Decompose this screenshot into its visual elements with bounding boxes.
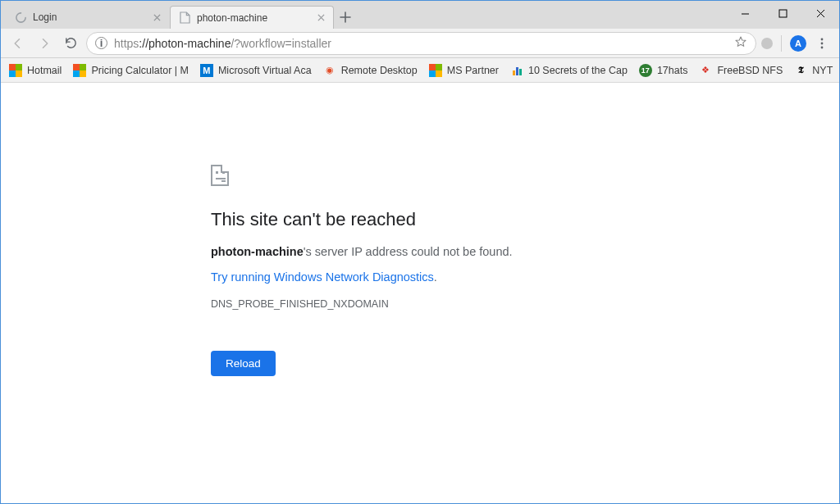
bookmark-10-secrets[interactable]: 10 Secrets of the Cap <box>510 64 628 77</box>
toolbar: i https://photon-machine/?workflow=insta… <box>1 29 839 58</box>
page-content: This site can't be reached photon-machin… <box>1 83 839 376</box>
svg-rect-4 <box>513 70 515 75</box>
bookmark-17hats[interactable]: 1717hats <box>639 64 688 77</box>
separator <box>781 35 782 52</box>
tab-label: photon-machine <box>197 12 309 24</box>
forward-button[interactable] <box>34 33 55 54</box>
bookmark-hotmail[interactable]: Hotmail <box>9 64 62 77</box>
minimize-button[interactable] <box>726 1 764 25</box>
ms-logo-icon <box>9 64 22 77</box>
profile-avatar[interactable]: A <box>790 35 806 52</box>
site-info-icon[interactable]: i <box>95 37 107 49</box>
bookmark-label: 10 Secrets of the Cap <box>528 65 628 76</box>
tab-login[interactable]: Login <box>6 6 170 29</box>
bookmarks-bar: Hotmail Pricing Calculator | M MMicrosof… <box>1 58 839 83</box>
close-window-button[interactable] <box>801 1 839 25</box>
bookmark-mva[interactable]: MMicrosoft Virtual Aca <box>200 64 312 77</box>
tab-photon-machine[interactable]: photon-machine <box>170 6 334 29</box>
error-title: This site can't be reached <box>211 209 839 230</box>
ms-logo-icon <box>73 64 86 77</box>
bookmark-label: MS Partner <box>447 65 499 76</box>
bar-chart-icon <box>510 64 523 77</box>
bookmark-pricing-calculator[interactable]: Pricing Calculator | M <box>73 64 189 77</box>
bookmark-label: FreeBSD NFS <box>717 65 783 76</box>
svg-point-2 <box>821 42 824 44</box>
bookmark-remote-desktop[interactable]: ◉Remote Desktop <box>323 64 418 77</box>
mva-icon: M <box>200 64 213 77</box>
bookmark-label: Microsoft Virtual Aca <box>218 65 312 76</box>
error-code: DNS_PROBE_FINISHED_NXDOMAIN <box>211 298 839 310</box>
error-message: photon-machine's server IP address could… <box>211 245 839 258</box>
reload-page-button[interactable]: Reload <box>211 351 276 376</box>
bookmark-label: NYT <box>812 65 833 76</box>
reload-button[interactable] <box>60 33 81 54</box>
17hats-icon: 17 <box>639 64 652 77</box>
svg-rect-5 <box>516 67 518 75</box>
close-tab-icon[interactable] <box>151 11 162 23</box>
bookmark-star-icon[interactable] <box>734 35 747 52</box>
titlebar: Login photon-machine <box>1 1 839 29</box>
bookmark-label: Pricing Calculator | M <box>91 65 189 76</box>
bookmark-label: 17hats <box>657 65 688 76</box>
back-button[interactable] <box>7 33 29 54</box>
loading-spinner-icon <box>15 11 27 24</box>
tab-label: Login <box>33 11 145 23</box>
close-tab-icon[interactable] <box>315 12 326 24</box>
dead-page-icon <box>211 165 229 186</box>
diagnostics-link[interactable]: Try running Windows Network Diagnostics <box>211 270 434 284</box>
session-indicator-icon[interactable] <box>761 38 773 49</box>
address-bar[interactable]: i https://photon-machine/?workflow=insta… <box>86 32 756 55</box>
bookmark-nyt[interactable]: 𝕿NYT <box>794 64 833 77</box>
blank-page-icon <box>179 11 191 24</box>
browser-tabs: Login photon-machine <box>1 1 357 29</box>
ms-logo-icon <box>429 64 442 77</box>
new-tab-button[interactable] <box>334 6 357 29</box>
svg-rect-6 <box>519 69 522 75</box>
bookmark-label: Hotmail <box>27 65 62 76</box>
diagnostics-line: Try running Windows Network Diagnostics. <box>211 270 839 298</box>
url-text: https://photon-machine/?workflow=install… <box>114 37 728 50</box>
svg-point-3 <box>821 46 824 48</box>
bookmark-ms-partner[interactable]: MS Partner <box>429 64 499 77</box>
bookmark-label: Remote Desktop <box>341 65 418 76</box>
maximize-button[interactable] <box>764 1 801 25</box>
remote-desktop-icon: ◉ <box>323 64 336 77</box>
svg-rect-0 <box>779 10 787 17</box>
svg-point-1 <box>821 38 824 40</box>
menu-button[interactable] <box>811 33 833 54</box>
freebsd-icon: ❖ <box>699 64 712 77</box>
window-controls <box>726 1 839 25</box>
nyt-icon: 𝕿 <box>794 64 807 77</box>
bookmark-freebsd[interactable]: ❖FreeBSD NFS <box>699 64 783 77</box>
